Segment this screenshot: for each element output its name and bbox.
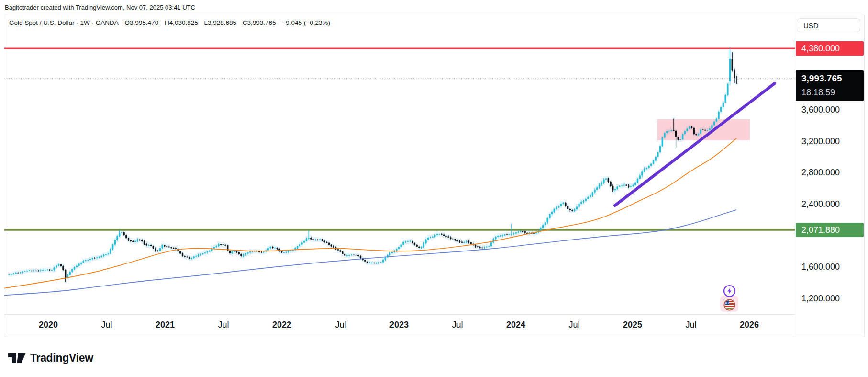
time-axis-year-label: 2024 — [506, 320, 525, 330]
symbol-header[interactable]: Gold Spot / U.S. Dollar · 1W · OANDA O3,… — [9, 15, 334, 30]
price-axis-label: 1,600.000 — [801, 262, 840, 272]
us-flag-icon[interactable] — [723, 298, 736, 312]
price-axis-label: 3,200.000 — [801, 136, 840, 147]
price-chart-canvas[interactable] — [4, 30, 795, 314]
candle-halo-layer — [8, 47, 738, 283]
last-price-badge: 3,993.765 18:18:59 — [796, 70, 864, 101]
price-axis-label: 2,800.000 — [801, 167, 840, 178]
tradingview-logo[interactable]: TradingView — [8, 351, 93, 365]
slow-moving-average-line[interactable] — [4, 210, 736, 295]
ohlc-high: H4,030.825 — [165, 19, 198, 26]
time-axis-month-label: Jul — [685, 320, 696, 330]
time-axis-month-label: Jul — [335, 320, 346, 330]
time-axis-month-label: Jul — [568, 320, 579, 330]
tradingview-screenshot: Bagitotrader created with TradingView.co… — [0, 0, 868, 377]
tradingview-logo-mark — [8, 351, 26, 365]
time-axis-year-label: 2022 — [272, 320, 291, 330]
tradingview-logo-text: TradingView — [30, 352, 93, 365]
time-axis-year-label: 2026 — [740, 320, 759, 330]
fast-moving-average-line[interactable] — [4, 138, 736, 288]
time-axis-month-label: Jul — [452, 320, 463, 330]
time-axis-year-label: 2021 — [156, 320, 175, 330]
candlestick-series — [8, 48, 737, 282]
time-axis-month-label: Jul — [101, 320, 112, 330]
price-axis-label: 3,600.000 — [801, 104, 840, 115]
time-axis-month-label: Jul — [218, 320, 229, 330]
time-axis-year-label: 2020 — [39, 320, 58, 330]
resistance-price-badge: 4,380.000 — [796, 41, 864, 56]
time-axis[interactable]: 2020Jul2021Jul2022Jul2023Jul2024Jul2025J… — [4, 314, 795, 337]
price-axis[interactable]: 4,380.000 3,993.765 18:18:59 2,071.880 3… — [795, 15, 865, 337]
price-change: −9.045 (−0.23%) — [282, 19, 330, 26]
attribution-text: Bagitotrader created with TradingView.co… — [5, 4, 195, 11]
time-axis-year-label: 2023 — [389, 320, 409, 330]
ohlc-open: O3,995.470 — [125, 19, 159, 26]
ohlc-low: L3,928.685 — [204, 19, 236, 26]
lightning-icon[interactable] — [723, 284, 736, 298]
time-axis-year-label: 2025 — [623, 320, 642, 330]
trendline-drawing[interactable] — [615, 83, 775, 206]
symbol-title[interactable]: Gold Spot / U.S. Dollar · 1W · OANDA — [9, 19, 119, 26]
support-price-badge: 2,071.880 — [796, 223, 864, 237]
ohlc-close: C3,993.765 — [243, 19, 276, 26]
last-price-value: 3,993.765 — [801, 70, 864, 86]
price-axis-label: 1,200.000 — [801, 293, 840, 304]
price-axis-label: 2,400.000 — [801, 199, 840, 209]
bar-countdown-timer: 18:18:59 — [801, 86, 864, 100]
